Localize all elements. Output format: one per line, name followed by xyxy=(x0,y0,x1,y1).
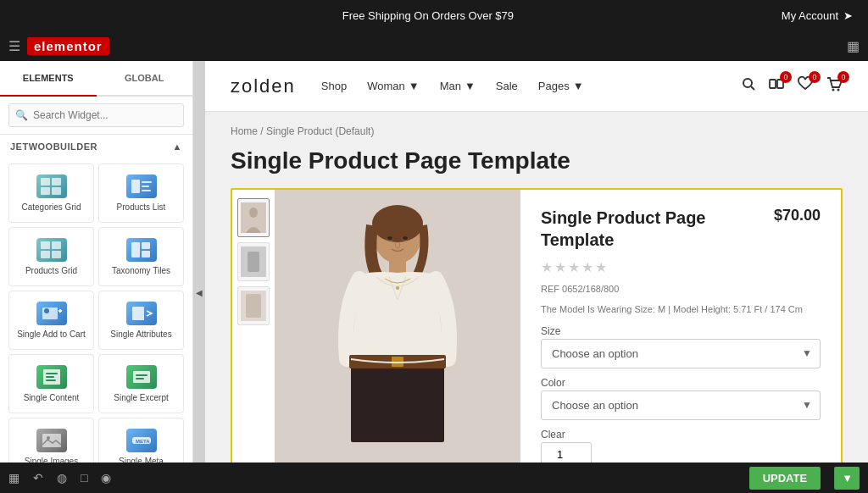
nav-item-sale[interactable]: Sale xyxy=(496,80,518,92)
clear-label: Clear xyxy=(541,429,821,440)
nav-logo: zolden xyxy=(231,75,296,97)
svg-rect-14 xyxy=(142,251,150,258)
widget-single-attributes[interactable]: Single Attributes xyxy=(98,291,184,350)
svg-point-34 xyxy=(743,79,752,87)
single-images-icon xyxy=(36,429,67,452)
comment-icon[interactable]: □ xyxy=(81,471,87,485)
svg-rect-21 xyxy=(46,373,58,374)
svg-rect-5 xyxy=(142,181,152,183)
hamburger-icon[interactable]: ☰ xyxy=(8,38,20,54)
breadcrumb-home[interactable]: Home xyxy=(231,125,258,137)
svg-rect-4 xyxy=(131,180,140,193)
nav-item-pages[interactable]: Pages ▼ xyxy=(538,80,584,92)
section-collapse-icon: ▲ xyxy=(173,141,182,152)
svg-rect-11 xyxy=(52,251,61,258)
update-arrow-btn[interactable]: ▼ xyxy=(834,467,860,490)
svg-rect-27 xyxy=(42,434,61,447)
breadcrumb-current: Single Product (Default) xyxy=(266,125,374,137)
update-button[interactable]: UPDATE xyxy=(749,467,821,490)
search-wrapper: 🔍 xyxy=(8,103,184,127)
svg-rect-45 xyxy=(246,294,261,318)
product-ref: REF 0652/168/800 xyxy=(541,284,821,294)
sidebar-wrapper: ELEMENTS GLOBAL 🔍 JETWOOBUILDER ▲ xyxy=(0,61,205,493)
announcement-text: Free Shipping On Orders Over $79 xyxy=(75,9,782,22)
compare-icon-btn[interactable]: 0 xyxy=(768,76,785,96)
svg-rect-24 xyxy=(133,371,150,383)
section-header[interactable]: JETWOOBUILDER ▲ xyxy=(0,135,192,158)
breadcrumb: Home / Single Product (Default) xyxy=(231,125,843,137)
svg-text:META: META xyxy=(136,438,150,443)
elementor-logo: elementor xyxy=(27,37,109,55)
svg-rect-0 xyxy=(41,178,50,186)
svg-rect-26 xyxy=(136,378,144,379)
product-title-price: Single Product Page Template $70.00 xyxy=(541,207,821,251)
color-select[interactable]: Choose an option xyxy=(541,391,821,420)
grid-icon[interactable]: ▦ xyxy=(847,38,860,54)
search-icon-btn[interactable] xyxy=(741,76,756,96)
svg-rect-22 xyxy=(46,376,54,378)
widget-label-products-list: Products List xyxy=(117,202,166,213)
product-model: The Model Is Wearing Size: M | Model Hei… xyxy=(541,302,821,317)
cart-icon-btn[interactable]: 0 xyxy=(826,76,843,96)
tab-global[interactable]: GLOBAL xyxy=(97,61,193,97)
sidebar-tabs: ELEMENTS GLOBAL xyxy=(0,61,192,97)
widget-products-grid[interactable]: Products Grid xyxy=(8,227,94,286)
elementor-logo-area: ☰ elementor xyxy=(8,37,109,55)
collapse-icon: ◀ xyxy=(196,288,203,297)
history-icon[interactable]: ◍ xyxy=(57,471,67,485)
nav-item-woman[interactable]: Woman ▼ xyxy=(367,80,419,92)
products-list-icon xyxy=(126,174,157,198)
size-label: Size xyxy=(541,325,821,337)
color-label: Color xyxy=(541,377,821,389)
size-select[interactable]: Choose an option xyxy=(541,339,821,368)
eye-icon[interactable]: ◉ xyxy=(101,471,111,485)
elementor-topbar: ☰ elementor ▦ xyxy=(0,30,868,61)
page-content: Home / Single Product (Default) Single P… xyxy=(205,112,868,493)
product-thumbnails xyxy=(232,190,275,493)
my-account-link[interactable]: My Account ➤ xyxy=(782,9,861,22)
grid-bottom-icon[interactable]: ▦ xyxy=(8,471,19,485)
search-input[interactable] xyxy=(8,103,184,127)
svg-point-39 xyxy=(837,89,840,91)
wishlist-icon-btn[interactable]: 0 xyxy=(797,76,814,96)
svg-rect-9 xyxy=(52,241,61,249)
svg-point-38 xyxy=(832,89,835,91)
widget-single-content[interactable]: Single Content xyxy=(8,354,94,413)
size-field: Size Choose an option ▼ xyxy=(541,325,821,368)
svg-rect-3 xyxy=(52,187,61,195)
nav-item-shop[interactable]: Shop xyxy=(321,80,347,92)
svg-rect-2 xyxy=(41,187,50,195)
thumbnail-1[interactable] xyxy=(237,198,270,237)
single-excerpt-icon xyxy=(126,365,157,389)
products-grid-icon xyxy=(36,238,67,262)
nav-item-man[interactable]: Man ▼ xyxy=(440,80,476,92)
product-image xyxy=(275,190,520,493)
svg-rect-10 xyxy=(41,251,50,258)
widget-single-add-to-cart[interactable]: Single Add to Cart xyxy=(8,291,94,350)
announcement-bar: Free Shipping On Orders Over $79 My Acco… xyxy=(0,0,868,30)
svg-rect-19 xyxy=(132,307,144,320)
cart-badge: 0 xyxy=(837,71,849,83)
widget-products-list[interactable]: Products List xyxy=(98,163,184,223)
undo-icon[interactable]: ↶ xyxy=(33,471,43,485)
svg-rect-50 xyxy=(351,357,444,442)
svg-rect-49 xyxy=(389,259,406,274)
svg-point-56 xyxy=(387,236,392,240)
sidebar-collapse-btn[interactable]: ◀ xyxy=(193,61,205,493)
thumbnail-2[interactable] xyxy=(237,242,270,281)
tab-elements[interactable]: ELEMENTS xyxy=(0,61,97,97)
thumbnail-3[interactable] xyxy=(237,286,270,325)
taxonomy-tiles-icon xyxy=(126,238,157,262)
page-title: Single Product Page Template xyxy=(231,147,843,174)
nav-bar: zolden Shop Woman ▼ Man ▼ Sale Pages xyxy=(205,61,868,112)
svg-line-35 xyxy=(751,86,754,90)
widget-label-products-grid: Products Grid xyxy=(25,266,77,276)
wishlist-badge: 0 xyxy=(809,71,821,83)
widget-single-excerpt[interactable]: Single Excerpt xyxy=(98,354,184,413)
clear-field: Clear xyxy=(541,429,821,467)
bottom-bar: ▦ ↶ ◍ □ ◉ UPDATE ▼ xyxy=(0,463,868,493)
widget-taxonomy-tiles[interactable]: Taxonomy Tiles xyxy=(98,227,184,286)
single-meta-icon: META xyxy=(126,429,157,452)
widget-categories-grid[interactable]: Categories Grid xyxy=(8,163,94,223)
product-stars: ★★★★★ xyxy=(541,259,821,275)
